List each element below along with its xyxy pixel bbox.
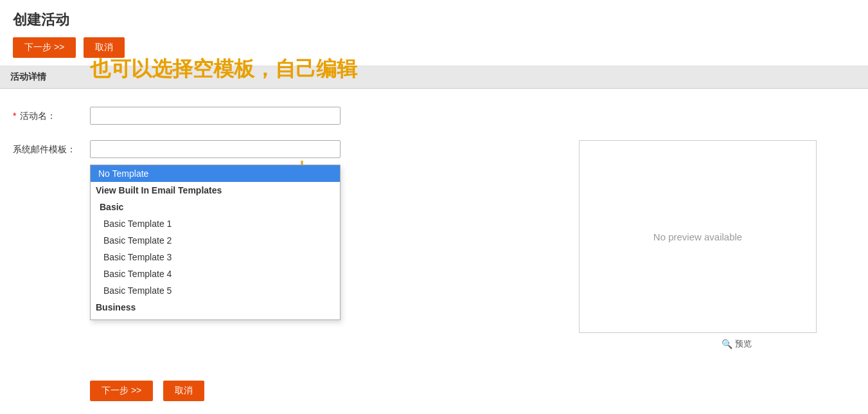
- dropdown-item-business-header: Business: [91, 299, 340, 316]
- no-preview-text: No preview available: [653, 231, 742, 242]
- dropdown-item-basic-5[interactable]: Basic Template 5: [91, 282, 340, 299]
- preview-container: No preview available 🔍 预览: [617, 140, 855, 350]
- template-label-text: 系统邮件模板：: [13, 144, 76, 154]
- page-wrapper: 创建活动 下一步 >> 取消 活动详情 * 活动名： 也可以选择空模板，自己编辑: [0, 0, 868, 414]
- top-bar: 创建活动 下一步 >> 取消: [0, 0, 868, 66]
- template-label: 系统邮件模板：: [13, 140, 90, 156]
- preview-link-row[interactable]: 🔍 预览: [617, 338, 855, 350]
- activity-name-label: * 活动名：: [13, 107, 90, 122]
- activity-name-label-text: 活动名：: [20, 111, 56, 121]
- dropdown-item-basic-1[interactable]: Basic Template 1: [91, 215, 340, 232]
- preview-link-text[interactable]: 预览: [735, 338, 752, 350]
- next-button-bottom[interactable]: 下一步 >>: [90, 381, 153, 401]
- form-area: * 活动名： 也可以选择空模板，自己编辑 系统邮件模板：: [0, 89, 868, 368]
- dropdown-item-basic-header: Basic: [91, 199, 340, 215]
- dropdown-item-basic-2[interactable]: Basic Template 2: [91, 232, 340, 249]
- preview-box: No preview available: [579, 140, 817, 333]
- dropdown-item-basic-4[interactable]: Basic Template 4: [91, 266, 340, 282]
- cancel-button-top[interactable]: 取消: [84, 37, 125, 58]
- bottom-buttons: 下一步 >> 取消: [77, 368, 868, 414]
- top-buttons: 下一步 >> 取消: [13, 37, 855, 58]
- zoom-icon: 🔍: [722, 339, 732, 349]
- dropdown-item-furniture-1col[interactable]: Furniture (1 Column): [91, 316, 340, 320]
- next-button-top[interactable]: 下一步 >>: [13, 37, 76, 58]
- dropdown-item-view-builtin[interactable]: View Built In Email Templates: [91, 182, 340, 199]
- page-title: 创建活动: [13, 10, 855, 30]
- template-dropdown[interactable]: No Template View Built In Email Template…: [90, 165, 341, 320]
- dropdown-scrollable[interactable]: No Template View Built In Email Template…: [91, 165, 340, 320]
- template-input-area: No Template View Built In Email Template…: [90, 140, 592, 158]
- template-row: 系统邮件模板：: [0, 135, 868, 355]
- activity-name-input-area: 也可以选择空模板，自己编辑: [90, 107, 855, 125]
- section-header: 活动详情: [0, 66, 868, 89]
- activity-name-input[interactable]: [90, 107, 341, 125]
- main-content: 活动详情 * 活动名： 也可以选择空模板，自己编辑 系统邮件模板：: [0, 66, 868, 414]
- dropdown-item-no-template[interactable]: No Template: [91, 165, 340, 182]
- cancel-button-bottom[interactable]: 取消: [163, 381, 204, 401]
- template-select-input[interactable]: [90, 140, 341, 158]
- dropdown-item-basic-3[interactable]: Basic Template 3: [91, 249, 340, 266]
- required-star: *: [13, 111, 16, 121]
- activity-name-row: * 活动名： 也可以选择空模板，自己编辑: [0, 102, 868, 130]
